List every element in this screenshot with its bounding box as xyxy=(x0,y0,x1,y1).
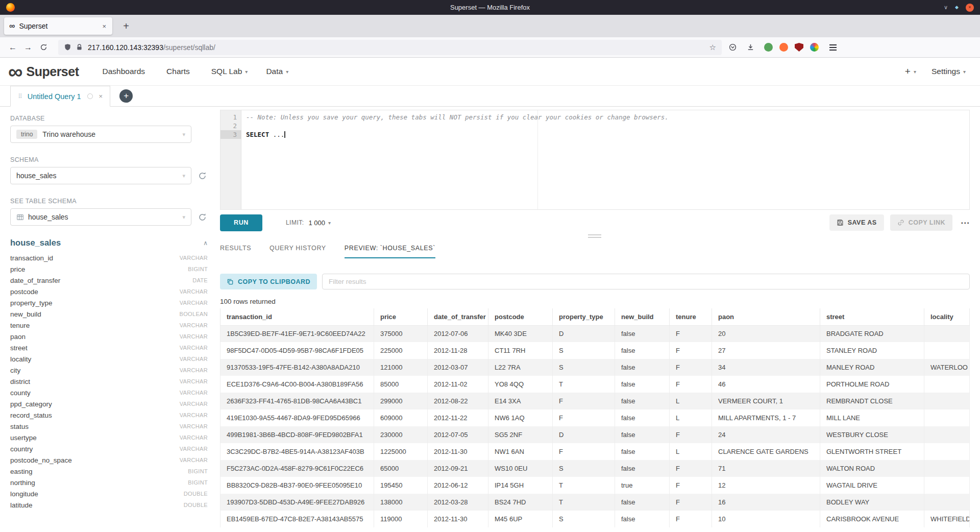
add-new-menu-button[interactable]: + ▾ xyxy=(905,66,916,77)
grid-row[interactable]: BB8320C9-D82B-4B37-90E0-9FEE05095E10 195… xyxy=(220,477,970,494)
grid-cell: 195450 xyxy=(374,477,428,494)
extension-icon[interactable] xyxy=(810,43,819,52)
column-row: locality VARCHAR xyxy=(10,353,208,365)
line-number: 1 xyxy=(220,113,241,122)
url-bar[interactable]: 217.160.120.143:32393/superset/sqllab/ ☆ xyxy=(58,40,722,55)
results-tab[interactable]: QUERY HISTORY xyxy=(270,245,326,258)
grid-row[interactable]: 419E1030-9A55-4467-8DA9-9FED95D65966 609… xyxy=(220,409,970,426)
grid-column-header[interactable]: transaction_id xyxy=(220,308,374,325)
chevron-up-icon[interactable]: ∧ xyxy=(203,239,208,247)
extension-icon[interactable] xyxy=(764,43,773,52)
run-button[interactable]: RUN xyxy=(220,214,262,231)
query-tab-close-icon[interactable]: × xyxy=(99,92,103,100)
grid-column-header[interactable]: street xyxy=(820,308,924,325)
nav-item[interactable]: SQL Lab ▾ xyxy=(211,67,248,76)
rows-returned-text: 100 rows returned xyxy=(220,298,276,305)
bookmark-star-icon[interactable]: ☆ xyxy=(709,43,716,52)
column-type: VARCHAR xyxy=(180,345,208,351)
grid-column-header[interactable]: property_type xyxy=(553,308,615,325)
grid-cell: false xyxy=(615,393,670,409)
copy-to-clipboard-button[interactable]: COPY TO CLIPBOARD xyxy=(220,274,317,289)
superset-logo[interactable]: ∞ Superset xyxy=(8,63,79,80)
grid-cell: CT11 7RH xyxy=(488,342,553,359)
back-button[interactable]: ← xyxy=(5,40,20,55)
table-schema-title[interactable]: house_sales xyxy=(10,238,61,248)
more-options-button[interactable]: ⋯ xyxy=(961,217,970,228)
grid-cell: 138000 xyxy=(374,494,428,511)
new-query-tab-button[interactable]: + xyxy=(119,89,133,103)
browser-tab[interactable]: ∞ Superset × xyxy=(4,17,112,35)
pocket-icon[interactable] xyxy=(725,40,740,55)
reload-button[interactable] xyxy=(36,40,51,55)
grid-cell: 12 xyxy=(712,477,820,494)
grid-row[interactable]: 2636F323-FF41-4765-81DB-98CAA6A43BC1 299… xyxy=(220,393,970,409)
nav-item[interactable]: Charts xyxy=(166,67,193,76)
grid-cell: F xyxy=(670,376,712,393)
line-number: 3 xyxy=(220,130,241,139)
grid-column-header[interactable]: new_build xyxy=(615,308,670,325)
grid-row[interactable]: EB1459EB-67ED-47C8-B2E7-A38143AB5575 119… xyxy=(220,511,970,527)
settings-menu-button[interactable]: Settings ▾ xyxy=(932,67,966,76)
grid-column-header[interactable]: tenure xyxy=(670,308,712,325)
table-select[interactable]: house_sales ▾ xyxy=(10,208,191,226)
grid-column-header[interactable]: locality xyxy=(924,308,970,325)
column-type: VARCHAR xyxy=(180,423,208,429)
column-type: VARCHAR xyxy=(180,412,208,418)
sql-editor[interactable]: 1 -- Note: Unless you save your query, t… xyxy=(220,110,970,210)
extension-shield-icon[interactable] xyxy=(795,43,803,52)
lock-icon[interactable] xyxy=(76,43,83,51)
grid-row[interactable]: 91370533-19F5-47FE-B142-A380A8ADA210 121… xyxy=(220,359,970,376)
sidebar: DATABASE trino Trino warehouse ▾ SCHEMA … xyxy=(0,107,216,532)
limit-dropdown[interactable]: LIMIT: 1 000 ▾ xyxy=(286,219,331,227)
grid-cell: false xyxy=(615,426,670,443)
column-type: VARCHAR xyxy=(180,367,208,373)
copy-link-button[interactable]: COPY LINK xyxy=(890,214,952,231)
grid-cell: NW6 1AQ xyxy=(488,409,553,426)
filter-results-input[interactable] xyxy=(322,274,970,289)
drag-handle-icon[interactable]: ⠿ xyxy=(18,93,22,100)
downloads-icon[interactable] xyxy=(743,40,757,55)
grid-column-header[interactable]: price xyxy=(374,308,428,325)
nav-item[interactable]: Data ▾ xyxy=(266,67,288,76)
tracking-protection-shield-icon[interactable] xyxy=(64,43,71,51)
nav-item[interactable]: Dashboards xyxy=(103,67,149,76)
grid-row[interactable]: 98F5DC47-0D05-4D59-95B7-98CA6F1FDE05 225… xyxy=(220,342,970,359)
grid-row[interactable]: 499B1981-3B6B-4BCD-808F-9FED9802BFA1 230… xyxy=(220,426,970,443)
grid-cell: false xyxy=(615,494,670,511)
menu-icon[interactable] xyxy=(826,40,840,55)
database-select[interactable]: trino Trino warehouse ▾ xyxy=(10,126,191,143)
window-close-icon[interactable]: × xyxy=(966,4,974,12)
results-tab[interactable]: RESULTS xyxy=(220,245,251,258)
save-as-button[interactable]: SAVE AS xyxy=(829,214,884,231)
grid-row[interactable]: F5C273AC-0D2A-458F-8279-9C61F0C22EC6 650… xyxy=(220,460,970,477)
grid-cell: T xyxy=(553,477,615,494)
grid-cell: MANLEY ROAD xyxy=(820,359,924,376)
pane-resize-handle[interactable] xyxy=(588,234,601,238)
grid-row[interactable]: 193907D3-5DBD-453D-A49E-9FEE27DAB926 138… xyxy=(220,494,970,511)
tab-close-icon[interactable]: × xyxy=(101,22,107,30)
forward-button[interactable]: → xyxy=(20,40,36,55)
query-tab[interactable]: ⠿ Untitled Query 1 × xyxy=(10,86,110,107)
grid-cell: SG5 2NF xyxy=(488,426,553,443)
refresh-tables-icon[interactable] xyxy=(198,213,207,222)
grid-row[interactable]: 1B5C39ED-BE7F-41EF-9E71-9C60EED74A22 375… xyxy=(220,325,970,342)
grid-column-header[interactable]: postcode xyxy=(488,308,553,325)
column-row: longitude DOUBLE xyxy=(10,488,208,499)
refresh-schemas-icon[interactable] xyxy=(198,172,207,180)
column-row: latitude DOUBLE xyxy=(10,499,208,511)
grid-column-header[interactable]: date_of_transfer xyxy=(428,308,488,325)
extension-icon[interactable] xyxy=(779,43,788,52)
grid-column-header[interactable]: paon xyxy=(712,308,820,325)
grid-row[interactable]: 3C3C29DC-B7B2-4BE5-914A-A38123AF403B 122… xyxy=(220,443,970,460)
window-minimize-icon[interactable]: ∨ xyxy=(944,5,948,10)
grid-cell: F xyxy=(553,409,615,426)
table-value: house_sales xyxy=(28,213,68,221)
results-tab[interactable]: PREVIEW: `HOUSE_SALES` xyxy=(345,245,435,258)
schema-select[interactable]: house_sales ▾ xyxy=(10,167,191,184)
grid-cell: T xyxy=(553,494,615,511)
grid-row[interactable]: ECE1D376-C9A6-4C00-B004-A380B189FA56 850… xyxy=(220,376,970,393)
new-tab-button[interactable]: + xyxy=(118,18,134,34)
window-maximize-icon[interactable]: ◆ xyxy=(955,5,959,10)
result-controls: COPY TO CLIPBOARD xyxy=(220,274,970,289)
grid-cell: F xyxy=(670,359,712,376)
